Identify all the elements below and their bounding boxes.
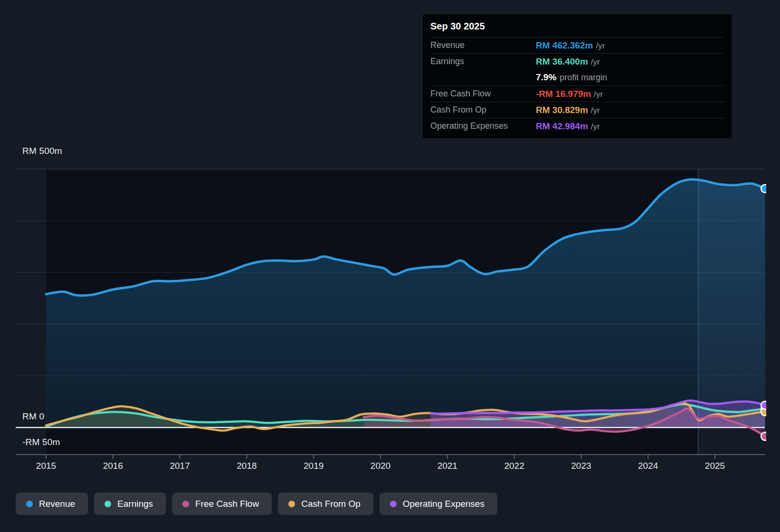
legend-label: Free Cash Flow: [195, 499, 259, 509]
legend-label: Operating Expenses: [403, 499, 485, 509]
tooltip-row-earnings: Earnings RM 36.400m/yr: [430, 53, 724, 69]
x-axis-label-2023: 2023: [571, 461, 591, 471]
x-axis-label-2022: 2022: [504, 461, 524, 471]
legend-label: Revenue: [39, 499, 75, 509]
x-axis-label-2025: 2025: [705, 461, 725, 471]
y-axis-label-500m: RM 500m: [22, 146, 62, 156]
x-axis-label-2016: 2016: [103, 461, 123, 471]
tooltip-row-revenue: Revenue RM 462.362m/yr: [430, 37, 724, 53]
x-axis-label-2015: 2015: [36, 461, 56, 471]
x-axis-label-2020: 2020: [371, 461, 390, 471]
chart-legend: Revenue Earnings Free Cash Flow Cash Fro…: [16, 493, 497, 515]
tooltip-label-earnings: Earnings: [430, 57, 536, 66]
legend-label: Cash From Op: [301, 499, 361, 509]
tooltip-suffix: /yr: [591, 122, 600, 131]
tooltip-date: Sep 30 2025: [430, 14, 724, 37]
tooltip-bottom-spacer: [430, 134, 724, 138]
legend-item-revenue[interactable]: Revenue: [16, 493, 88, 515]
tooltip-value-earnings: RM 36.400m/yr: [536, 57, 600, 67]
tooltip-value-free-cash-flow: -RM 16.979m/yr: [536, 89, 603, 99]
tooltip-value-revenue: RM 462.362m/yr: [536, 40, 605, 51]
x-axis-label-2017: 2017: [170, 461, 190, 471]
tooltip-value-operating-expenses: RM 42.984m/yr: [536, 121, 600, 132]
tooltip-value-profit-margin: 7.9%profit margin: [536, 72, 607, 83]
financial-history-page: RM 500m RM 0 -RM 50m 2015201620172018201…: [0, 0, 780, 532]
legend-item-cash-from-op[interactable]: Cash From Op: [278, 493, 373, 515]
tooltip-suffix: /yr: [594, 90, 603, 99]
legend-item-free-cash-flow[interactable]: Free Cash Flow: [172, 493, 272, 515]
tooltip-suffix: /yr: [591, 57, 600, 66]
legend-item-operating-expenses[interactable]: Operating Expenses: [380, 493, 497, 515]
legend-label: Earnings: [117, 499, 153, 509]
x-axis-label-2021: 2021: [438, 461, 457, 471]
operating-expenses-dot-icon: [390, 501, 397, 507]
legend-item-earnings[interactable]: Earnings: [94, 493, 166, 515]
tooltip-row-free-cash-flow: Free Cash Flow -RM 16.979m/yr: [430, 86, 724, 102]
tooltip-label-revenue: Revenue: [430, 40, 536, 50]
y-axis-label-neg50m: -RM 50m: [22, 437, 60, 447]
revenue-dot-icon: [26, 501, 33, 507]
tooltip-row-operating-expenses: Operating Expenses RM 42.984m/yr: [430, 118, 724, 134]
x-axis-label-2024: 2024: [638, 461, 658, 471]
chart-tooltip: Sep 30 2025 Revenue RM 462.362m/yr Earni…: [423, 14, 732, 138]
free-cash-flow-dot-icon: [182, 501, 189, 507]
end-dot-free-cash-flow: [761, 432, 769, 440]
tooltip-row-cash-from-op: Cash From Op RM 30.829m/yr: [430, 102, 724, 118]
tooltip-label-operating-expenses: Operating Expenses: [430, 121, 536, 131]
end-dot-operating-expenses: [761, 401, 769, 409]
tooltip-suffix: /yr: [591, 106, 600, 115]
x-axis-label-2018: 2018: [237, 461, 257, 471]
tooltip-label-cash-from-op: Cash From Op: [430, 105, 536, 115]
tooltip-label-free-cash-flow: Free Cash Flow: [430, 89, 536, 99]
tooltip-suffix: /yr: [596, 41, 605, 50]
tooltip-value-cash-from-op: RM 30.829m/yr: [536, 105, 600, 115]
cash-from-op-dot-icon: [288, 501, 295, 507]
earnings-dot-icon: [105, 501, 111, 507]
tooltip-row-profit-margin: 7.9%profit margin: [430, 69, 724, 86]
end-dot-revenue: [761, 185, 769, 193]
y-axis-label-0: RM 0: [22, 411, 44, 422]
x-axis-label-2019: 2019: [304, 461, 323, 471]
